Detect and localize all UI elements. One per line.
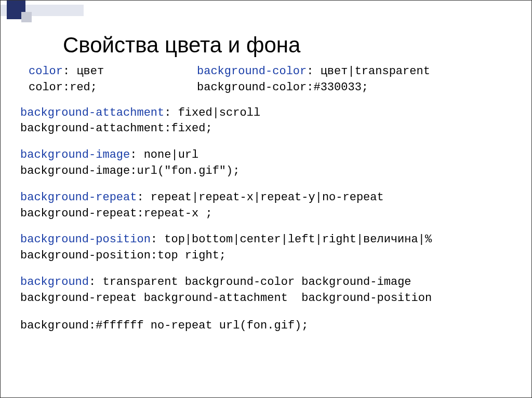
prop-values: top|bottom|center|left|right|величина|% [164,233,432,246]
example: background-image:url("fon.gif"); [20,163,516,180]
prop-values: цвет|transparent [321,65,430,78]
prop-name: background [20,276,89,289]
prop-values: repeat|repeat-x|repeat-y|no-repeat [151,191,384,204]
prop-sep: : [164,106,178,119]
prop-name: background-color [197,65,307,78]
property-block: background-attachment: fixed|scrollbackg… [20,105,516,138]
prop-sep: : [307,65,320,78]
property-block: background-image: none|urlbackground-ima… [20,147,516,180]
example: background-attachment:fixed; [20,121,516,137]
prop-name: background-position [20,233,151,246]
prop-values: цвет [76,65,104,78]
line2: background-repeat background-attachment … [20,291,516,307]
prop-values: none|url [144,148,199,161]
bgcolor-block: background-color: цвет|transparent backg… [197,64,516,96]
slide-content: color: цвет color:red; background-color:… [20,64,516,344]
prop-name: background-attachment [20,106,164,119]
shorthand-block: background: transparent background-color… [20,275,516,334]
prop-sep: : [137,191,150,204]
example: background-position:top right; [20,248,516,264]
property-block: background-repeat: repeat|repeat-x|repea… [20,190,516,222]
prop-sep: : [89,276,102,289]
prop-name: color [29,65,63,78]
example: background-repeat:repeat-x ; [20,206,516,222]
slide-decoration [1,1,84,30]
line1-rest: transparent background-color background-… [102,276,411,289]
example: color:red; [29,80,197,96]
prop-values: fixed|scroll [178,106,260,119]
prop-name: background-repeat [20,191,137,204]
prop-sep: : [151,233,164,246]
color-block: color: цвет color:red; [20,64,197,96]
top-row: color: цвет color:red; background-color:… [20,64,516,96]
property-block: background-position: top|bottom|center|l… [20,232,516,264]
prop-sep: : [63,65,76,78]
slide-title: Свойства цвета и фона [63,33,300,58]
example: background-color:#330033; [197,80,516,96]
example: background:#ffffff no-repeat url(fon.gif… [20,318,516,334]
prop-name: background-image [20,148,130,161]
prop-sep: : [130,148,143,161]
